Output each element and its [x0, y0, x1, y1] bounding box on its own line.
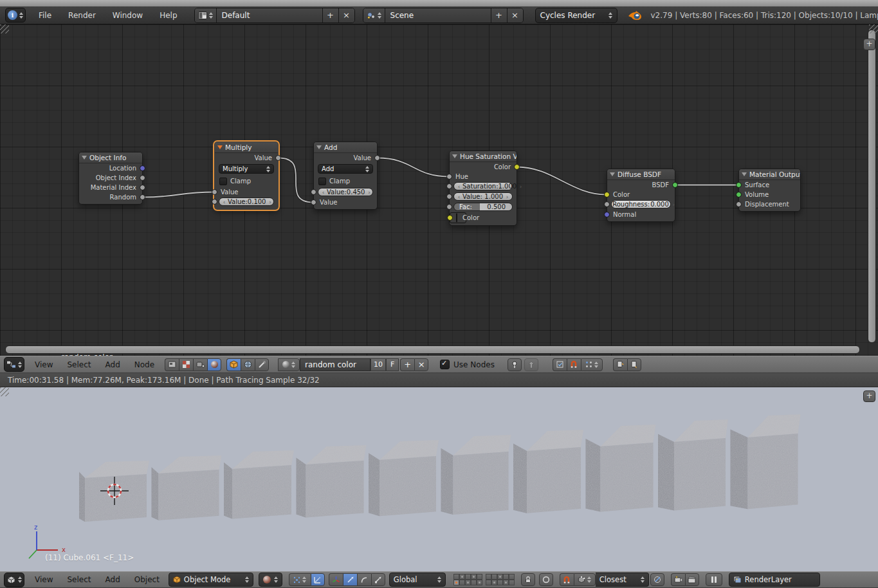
viewport-3d[interactable]: x z (11) Cube.061 <F_11> +: [0, 387, 878, 571]
cube-object[interactable]: [513, 430, 583, 513]
scale-manipulator-icon[interactable]: [371, 573, 385, 586]
snap-element-select[interactable]: [581, 358, 603, 371]
viewport-menu-add[interactable]: Add: [105, 575, 120, 584]
output-socket-value[interactable]: [275, 155, 281, 161]
scene-selector[interactable]: Scene + ×: [363, 8, 524, 23]
fake-user-button[interactable]: F: [386, 358, 399, 371]
node-row-value-[interactable]: ‹Value:1.000›: [450, 192, 517, 202]
screen-layout-icon[interactable]: [195, 8, 217, 23]
layer-cell[interactable]: [486, 574, 491, 580]
layer-cell[interactable]: [486, 580, 491, 585]
screen-layout-name[interactable]: Default: [217, 8, 323, 23]
input-socket-hue[interactable]: [446, 174, 452, 179]
checkbox-icon[interactable]: [318, 178, 326, 185]
cube-object[interactable]: [441, 435, 511, 515]
input-socket-volume[interactable]: [736, 192, 742, 198]
transform-orientation-select[interactable]: Global: [389, 573, 446, 587]
node-diffuse[interactable]: Diffuse BSDFBSDFColor‹Roughness:0.000›No…: [607, 169, 675, 222]
layer-cell[interactable]: [453, 580, 459, 585]
cube-object[interactable]: [658, 419, 728, 510]
node-math-multiply[interactable]: MultiplyValueMultiplyClampValue‹Value:0.…: [214, 142, 279, 210]
layers-widget[interactable]: [453, 574, 515, 585]
node-number-field[interactable]: ‹Value:0.450›: [318, 188, 373, 196]
output-socket-bsdf[interactable]: [672, 182, 678, 188]
layer-grid-2[interactable]: [486, 574, 515, 585]
editor-type-button[interactable]: [4, 573, 24, 587]
lock-to-scene-icon[interactable]: [521, 573, 535, 586]
scene-nodes-icon[interactable]: [165, 358, 179, 371]
render-engine-select[interactable]: Cycles Render: [535, 8, 617, 23]
compositing-nodes-icon[interactable]: [193, 358, 207, 371]
manipulator-toggle[interactable]: [311, 573, 325, 586]
layer-cell[interactable]: [503, 580, 509, 585]
texture-nodes-icon[interactable]: [179, 358, 193, 371]
cube-object[interactable]: [152, 455, 222, 520]
input-socket-normal[interactable]: [604, 212, 610, 217]
input-socket-displacement[interactable]: [736, 201, 742, 207]
node-editor-vscrollbar[interactable]: [868, 30, 876, 343]
node-row-clamp[interactable]: Clamp: [215, 175, 278, 187]
input-socket-color[interactable]: [604, 192, 610, 198]
node-material-output[interactable]: Material OutputSurfaceVolumeDisplacement: [738, 169, 801, 212]
corner-resize-grip[interactable]: [869, 24, 878, 33]
info-menu-render[interactable]: Render: [68, 11, 96, 20]
info-menu-help[interactable]: Help: [160, 11, 177, 20]
snap-peel-icon[interactable]: [650, 573, 664, 586]
render-layer-select[interactable]: RenderLayer: [729, 573, 820, 587]
close-layout-button[interactable]: ×: [339, 8, 354, 23]
output-socket-color[interactable]: [514, 164, 520, 170]
material-browse-button[interactable]: [278, 358, 300, 371]
layer-cell[interactable]: [497, 580, 503, 585]
layer-cell[interactable]: [471, 580, 477, 585]
new-material-button[interactable]: +: [400, 358, 414, 371]
pivot-point-select[interactable]: [289, 573, 311, 586]
layer-cell[interactable]: [465, 580, 471, 585]
corner-resize-grip[interactable]: [0, 24, 9, 33]
material-name-field[interactable]: random color: [300, 358, 370, 371]
corner-resize-grip[interactable]: [0, 387, 9, 396]
info-menu-window[interactable]: Window: [113, 11, 143, 20]
viewport-shading-select[interactable]: [259, 573, 282, 587]
close-scene-button[interactable]: ×: [508, 8, 523, 23]
cube-object[interactable]: [586, 425, 656, 512]
node-number-field[interactable]: ‹Value:0.100›: [219, 198, 274, 206]
node-hsv[interactable]: Hue Saturation ValueColorHue‹Saturation:…: [449, 151, 517, 226]
users-count-button[interactable]: 10: [370, 358, 386, 371]
node-row-color[interactable]: Color: [450, 212, 466, 223]
world-shader-icon[interactable]: [241, 358, 255, 371]
node-row-saturation-[interactable]: ‹Saturation:1.000›: [450, 181, 517, 192]
node-row-add[interactable]: Add: [314, 163, 377, 175]
output-socket-material-index[interactable]: [140, 185, 145, 190]
scene-icon-segment[interactable]: [363, 8, 385, 23]
expand-properties-region-button[interactable]: +: [863, 39, 875, 50]
add-layout-button[interactable]: +: [323, 8, 339, 23]
viewport-menu-select[interactable]: Select: [67, 575, 91, 584]
layer-cell[interactable]: [465, 574, 471, 580]
output-socket-random[interactable]: [140, 194, 145, 200]
collapse-triangle-icon[interactable]: [316, 145, 322, 149]
pin-button[interactable]: [508, 358, 522, 371]
node-title[interactable]: Diffuse BSDF: [607, 169, 675, 180]
cube-object[interactable]: [297, 445, 367, 517]
rotate-manipulator-icon[interactable]: [357, 573, 371, 586]
layer-cell[interactable]: [503, 574, 509, 580]
node-editor-menu-node[interactable]: Node: [134, 360, 154, 369]
node-number-field[interactable]: ‹Roughness:0.000›: [611, 200, 671, 208]
input-socket-value-[interactable]: [446, 194, 452, 199]
screen-layout-selector[interactable]: Default + ×: [194, 8, 355, 23]
shader-nodes-icon[interactable]: [207, 358, 221, 371]
output-socket-value[interactable]: [374, 155, 380, 161]
node-row-multiply[interactable]: Multiply: [215, 163, 278, 175]
node-enum-select[interactable]: Add: [318, 164, 373, 174]
node-object-info[interactable]: Object InfoLocationObject IndexMaterial …: [78, 152, 143, 205]
node-number-field[interactable]: ‹Saturation:1.000›: [453, 182, 513, 190]
node-editor-menu-select[interactable]: Select: [67, 360, 91, 369]
translate-manipulator-icon[interactable]: [343, 573, 357, 586]
node-checkbox[interactable]: Clamp: [215, 175, 278, 187]
input-socket-value-[interactable]: [311, 189, 316, 195]
input-socket-roughness-[interactable]: [604, 201, 610, 207]
render-still-camera-icon[interactable]: [671, 573, 685, 586]
viewport-menu-view[interactable]: View: [35, 575, 53, 584]
input-socket-surface[interactable]: [736, 182, 742, 188]
layer-grid-1[interactable]: [453, 574, 482, 585]
